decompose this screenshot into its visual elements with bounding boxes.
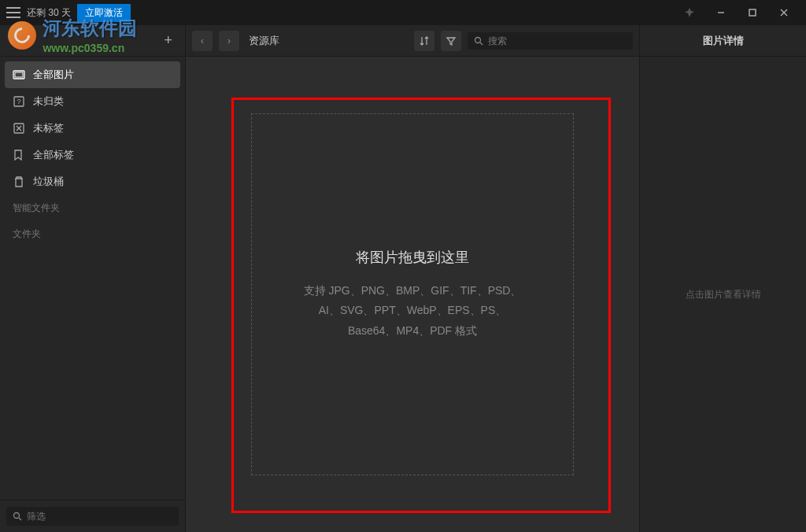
details-header: 图片详情 [640, 25, 806, 57]
filter-button[interactable] [441, 31, 461, 51]
sidebar-item-label: 垃圾桶 [33, 175, 64, 189]
trash-icon [13, 175, 25, 188]
search-input-wrap[interactable] [468, 32, 633, 50]
sidebar-item-label: 全部图片 [33, 68, 74, 82]
activate-button[interactable]: 立即激活 [77, 4, 131, 22]
hamburger-menu-icon[interactable] [6, 7, 20, 18]
dropzone-title: 将图片拖曳到这里 [356, 248, 469, 267]
breadcrumb: 资源库 [249, 34, 408, 48]
sidebar-section-smart-folders[interactable]: 智能文件夹 [5, 195, 180, 221]
pin-icon[interactable] [674, 0, 705, 25]
sidebar-item-uncategorized[interactable]: ? 未归类 [5, 88, 180, 115]
untagged-icon [13, 122, 25, 135]
sidebar-item-all-images[interactable]: 全部图片 [5, 61, 180, 88]
titlebar: 还剩 30 天 立即激活 [0, 0, 806, 25]
svg-point-13 [475, 37, 481, 42]
search-input[interactable] [488, 35, 627, 46]
sidebar-item-label: 未归类 [33, 94, 64, 109]
filter-input[interactable] [27, 511, 172, 522]
sidebar-item-label: 未标签 [33, 121, 64, 135]
svg-rect-1 [749, 9, 756, 16]
sidebar-item-untagged[interactable]: 未标签 [5, 115, 180, 142]
sidebar: ‹ › + 全部图片 ? 未归类 未标签 [0, 25, 186, 532]
filter-input-wrap[interactable] [6, 507, 179, 526]
sidebar-forward-icon[interactable]: › [20, 31, 30, 50]
details-panel: 图片详情 点击图片查看详情 [639, 25, 806, 532]
sidebar-item-label: 全部标签 [33, 148, 74, 162]
nav-back-button[interactable]: ‹ [192, 31, 213, 51]
uncategorized-icon: ? [13, 95, 25, 108]
sidebar-item-trash[interactable]: 垃圾桶 [5, 168, 180, 195]
svg-point-11 [14, 513, 20, 519]
sidebar-item-all-tags[interactable]: 全部标签 [5, 142, 180, 168]
svg-text:?: ? [17, 98, 20, 105]
search-icon [474, 36, 483, 46]
nav-forward-button[interactable]: › [219, 31, 239, 51]
maximize-button[interactable] [737, 0, 768, 25]
svg-line-12 [19, 518, 21, 520]
sort-button[interactable] [414, 31, 434, 51]
trial-days-text: 还剩 30 天 [27, 6, 71, 20]
content-area: ‹ › 资源库 将图片拖曳到这里 支持 JPG、PNG、BMP、GIF、TIF、… [186, 25, 639, 532]
sidebar-section-folders[interactable]: 文件夹 [5, 221, 180, 247]
svg-line-14 [480, 42, 482, 45]
minimize-button[interactable] [705, 0, 737, 25]
dropzone-formats: 支持 JPG、PNG、BMP、GIF、TIF、PSD、AI、SVG、PPT、We… [294, 281, 531, 341]
tags-icon [13, 149, 25, 161]
dropzone[interactable]: 将图片拖曳到这里 支持 JPG、PNG、BMP、GIF、TIF、PSD、AI、S… [251, 113, 574, 475]
details-empty-hint: 点击图片查看详情 [640, 57, 806, 532]
search-icon [13, 512, 22, 521]
all-images-icon [13, 68, 25, 81]
sidebar-back-icon[interactable]: ‹ [6, 31, 17, 50]
close-button[interactable] [768, 0, 800, 25]
svg-rect-5 [15, 72, 23, 77]
sidebar-add-button[interactable]: + [157, 32, 179, 49]
